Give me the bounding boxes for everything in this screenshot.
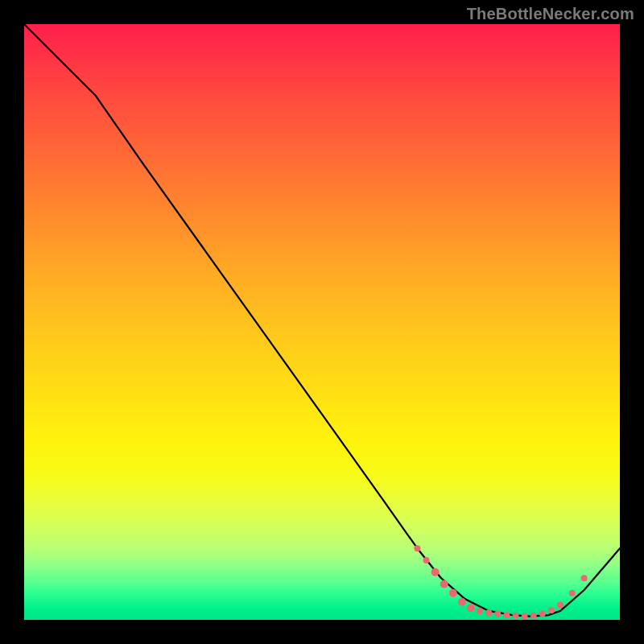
marker-dot xyxy=(569,590,576,597)
watermark-text: TheBottleNecker.com xyxy=(467,5,634,23)
marker-dot xyxy=(467,604,475,612)
marker-dot xyxy=(581,575,588,581)
marker-dot xyxy=(440,580,448,588)
marker-dot xyxy=(530,613,537,619)
marker-cluster xyxy=(414,545,587,619)
chart-frame: TheBottleNecker.com xyxy=(0,0,644,644)
marker-dot xyxy=(557,602,564,609)
bottleneck-curve xyxy=(24,24,620,617)
marker-dot xyxy=(485,609,492,616)
marker-dot xyxy=(503,612,510,618)
marker-dot xyxy=(458,598,466,606)
marker-dot xyxy=(431,568,440,576)
marker-dot xyxy=(548,607,555,613)
chart-svg xyxy=(24,24,620,620)
marker-dot xyxy=(477,608,483,614)
marker-dot xyxy=(494,611,501,617)
plot-area xyxy=(24,24,620,620)
marker-dot xyxy=(449,589,457,597)
marker-dot xyxy=(513,613,519,619)
marker-dot xyxy=(522,613,528,620)
marker-dot xyxy=(539,611,546,617)
marker-dot xyxy=(423,557,430,564)
marker-dot xyxy=(414,545,420,551)
